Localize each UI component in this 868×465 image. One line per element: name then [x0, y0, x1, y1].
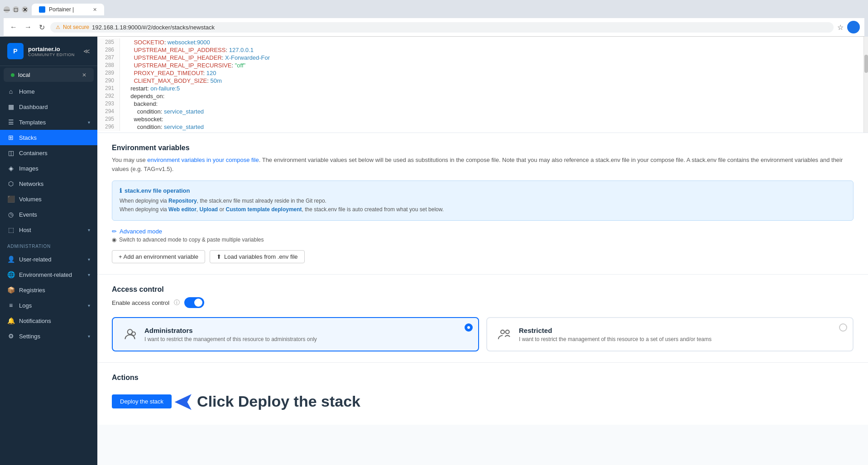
administrators-radio[interactable] [465, 323, 473, 332]
address-text: 192.168.1.18:9000/#/2/docker/stacks/news… [92, 24, 215, 31]
logo-icon: P [7, 43, 24, 59]
code-line: 291 restart: on-failure:5 [97, 85, 868, 92]
line-content: UPSTREAM_REAL_IP_RECURSIVE: "off" [120, 62, 245, 69]
svg-point-2 [132, 332, 135, 336]
registries-icon: 📦 [7, 286, 14, 294]
tab-label: Portainer | [49, 6, 74, 13]
home-icon: ⌂ [7, 88, 14, 95]
forward-button[interactable]: → [23, 22, 34, 32]
chevron-down-icon: ▾ [88, 272, 90, 277]
sidebar-item-stacks[interactable]: ⊞ Stacks [0, 130, 97, 145]
line-content: backend: [120, 100, 158, 108]
env-link[interactable]: environment variables in your compose fi… [147, 157, 259, 163]
line-number: 289 [97, 69, 120, 77]
tab-favicon [39, 6, 45, 13]
info-box-title: ℹ stack.env file operation [120, 187, 846, 194]
sidebar-item-networks[interactable]: ⬡ Networks [0, 176, 97, 191]
maximize-button[interactable]: □ [13, 6, 19, 13]
add-env-variable-button[interactable]: + Add an environment variable [112, 250, 205, 263]
access-toggle-label: Enable access control [112, 299, 169, 306]
sidebar-item-home[interactable]: ⌂ Home [0, 84, 97, 99]
scrollbar-thumb[interactable] [864, 55, 868, 73]
upload-link[interactable]: Upload [200, 206, 218, 213]
code-line: 286 UPSTREAM_REAL_IP_ADDRESS: 127.0.0.1 [97, 46, 868, 54]
line-number: 293 [97, 100, 120, 108]
line-content: SOCKETIO: websocket:9000 [120, 38, 210, 46]
minimize-button[interactable]: — [4, 6, 10, 13]
advanced-mode-toggle[interactable]: ✏ Advanced mode [112, 228, 854, 235]
access-section-title: Access control [112, 285, 854, 294]
line-content: condition: service_started [120, 123, 204, 131]
annotation-text: Click Deploy the stack [197, 393, 360, 410]
access-options: Administrators I want to restrict the ma… [112, 317, 854, 351]
info-line-1: When deploying via Repository, the stack… [120, 197, 846, 205]
back-button[interactable]: ← [8, 22, 19, 32]
advanced-hint[interactable]: ◉ Switch to advanced mode to copy & past… [112, 237, 854, 243]
bookmark-button[interactable]: ☆ [837, 23, 844, 32]
settings-icon: ⚙ [7, 332, 14, 340]
repo-link[interactable]: Repository [168, 198, 197, 204]
access-toggle[interactable] [184, 297, 204, 308]
chevron-down-icon: ▾ [88, 257, 90, 262]
edit-icon: ✏ [112, 228, 117, 235]
browser-tab[interactable]: Portainer | ✕ [32, 4, 104, 15]
endpoint-status-dot [11, 73, 14, 77]
sidebar-item-events[interactable]: ◷ Events [0, 207, 97, 222]
sidebar-item-host[interactable]: ⬚ Host ▾ [0, 222, 97, 237]
sidebar-item-containers[interactable]: ◫ Containers [0, 145, 97, 161]
administrators-info: Administrators I want to restrict the ma… [144, 327, 469, 342]
svg-point-5 [506, 330, 509, 334]
sidebar-item-templates[interactable]: ☰ Templates ▾ [0, 114, 97, 130]
code-line: 289 PROXY_READ_TIMEOUT: 120 [97, 69, 868, 77]
info-line-2: When deploying via Web editor, Upload or… [120, 205, 846, 214]
containers-icon: ◫ [7, 149, 14, 157]
hint-icon: ◉ [112, 237, 116, 243]
address-bar[interactable]: ⚠ Not secure 192.168.1.18:9000/#/2/docke… [50, 22, 834, 33]
sidebar-item-environment-related[interactable]: 🌐 Environment-related ▾ [0, 267, 97, 282]
code-line: 285 SOCKETIO: websocket:9000 [97, 38, 868, 46]
scrollbar[interactable] [863, 37, 868, 133]
sidebar-collapse-button[interactable]: ≪ [83, 47, 90, 55]
env-variables-section: Environment variables You may use enviro… [97, 133, 868, 275]
sidebar-item-logs[interactable]: ≡ Logs ▾ [0, 298, 97, 313]
endpoint-remove-icon[interactable]: ✕ [82, 72, 86, 78]
restricted-card[interactable]: Restricted I want to restrict the manage… [486, 317, 854, 351]
sidebar-item-user-related[interactable]: 👤 User-related ▾ [0, 251, 97, 267]
code-line: 292 depends_on: [97, 92, 868, 100]
administrators-card[interactable]: Administrators I want to restrict the ma… [112, 317, 479, 351]
images-icon: ◈ [7, 165, 14, 172]
custom-template-link[interactable]: Custom template deployment [226, 206, 302, 213]
line-number: 286 [97, 46, 120, 54]
deploy-stack-button[interactable]: Deploy the stack [112, 394, 172, 408]
tab-close-icon[interactable]: ✕ [93, 7, 97, 13]
sidebar-item-notifications[interactable]: 🔔 Notifications [0, 313, 97, 328]
code-line: 294 condition: service_started [97, 108, 868, 115]
line-content: depends_on: [120, 92, 164, 100]
code-line: 290 CLIENT_MAX_BODY_SIZE: 50m [97, 77, 868, 85]
endpoint-badge[interactable]: local ✕ [4, 68, 94, 82]
chevron-down-icon: ▾ [88, 303, 90, 308]
sidebar-item-settings[interactable]: ⚙ Settings ▾ [0, 328, 97, 344]
templates-icon: ☰ [7, 119, 14, 126]
line-number: 291 [97, 85, 120, 92]
sidebar-item-registries[interactable]: 📦 Registries [0, 282, 97, 298]
profile-button[interactable] [847, 21, 860, 33]
env-section-title: Environment variables [112, 144, 854, 152]
sidebar-item-volumes[interactable]: ⬛ Volumes [0, 191, 97, 207]
refresh-button[interactable]: ↻ [37, 22, 47, 33]
code-editor[interactable]: 285 SOCKETIO: websocket:9000286 UPSTREAM… [97, 37, 868, 133]
load-env-file-button[interactable]: ⬆ Load variables from .env file [210, 250, 305, 263]
administrators-icon [122, 326, 138, 342]
access-control-section: Access control Enable access control ⓘ [97, 275, 868, 363]
stacks-icon: ⊞ [7, 134, 14, 141]
security-icon: ⚠ [56, 24, 60, 30]
web-editor-link[interactable]: Web editor [168, 206, 197, 213]
sidebar-item-dashboard[interactable]: ▦ Dashboard [0, 99, 97, 114]
sidebar: P portainer.io Community Edition ≪ local… [0, 37, 97, 465]
close-button[interactable]: ✕ [22, 6, 28, 13]
code-line: 288 UPSTREAM_REAL_IP_RECURSIVE: "off" [97, 62, 868, 69]
toggle-slider [184, 297, 204, 308]
administrators-desc: I want to restrict the management of thi… [144, 336, 469, 342]
sidebar-item-images[interactable]: ◈ Images [0, 161, 97, 176]
restricted-radio[interactable] [839, 323, 847, 332]
